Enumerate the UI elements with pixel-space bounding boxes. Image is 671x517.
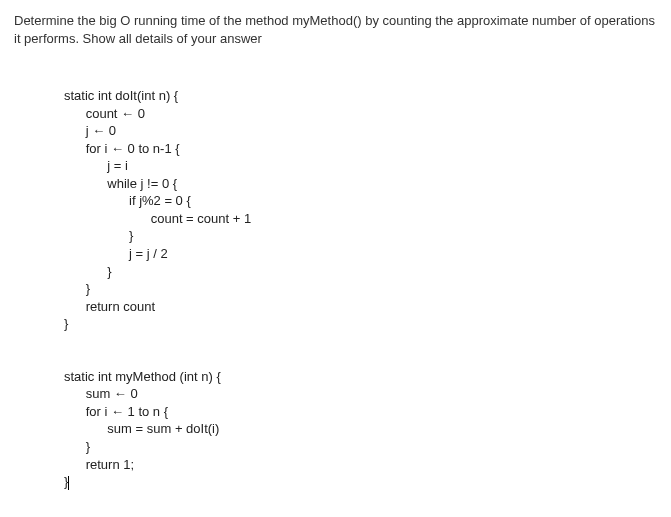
code-line: count = count + 1 [151, 211, 251, 226]
code-line: count ← 0 [86, 106, 145, 121]
code-line: while j != 0 { [107, 176, 177, 191]
code-line: j = j / 2 [129, 246, 168, 261]
code-line: for i ← 0 to n-1 { [86, 141, 180, 156]
code-line: } [129, 228, 133, 243]
code-line: sum ← 0 [86, 386, 138, 401]
code-line: return count [86, 299, 155, 314]
code-line: } [86, 439, 90, 454]
code-block-doit: static int doIt(int n) { count ← 0 j ← 0… [64, 87, 657, 491]
text-cursor [68, 476, 69, 490]
code-line: static int doIt(int n) { [64, 88, 178, 103]
code-line: } [64, 316, 68, 331]
code-line: sum = sum + doIt(i) [107, 421, 219, 436]
code-line: j = i [107, 158, 128, 173]
code-line: return 1; [86, 457, 134, 472]
code-line: } [107, 264, 111, 279]
code-line: } [86, 281, 90, 296]
code-line: static int myMethod (int n) { [64, 369, 221, 384]
code-line: if j%2 = 0 { [129, 193, 191, 208]
code-line: for i ← 1 to n { [86, 404, 168, 419]
code-line: j ← 0 [86, 123, 116, 138]
question-instructions: Determine the big O running time of the … [14, 12, 657, 47]
